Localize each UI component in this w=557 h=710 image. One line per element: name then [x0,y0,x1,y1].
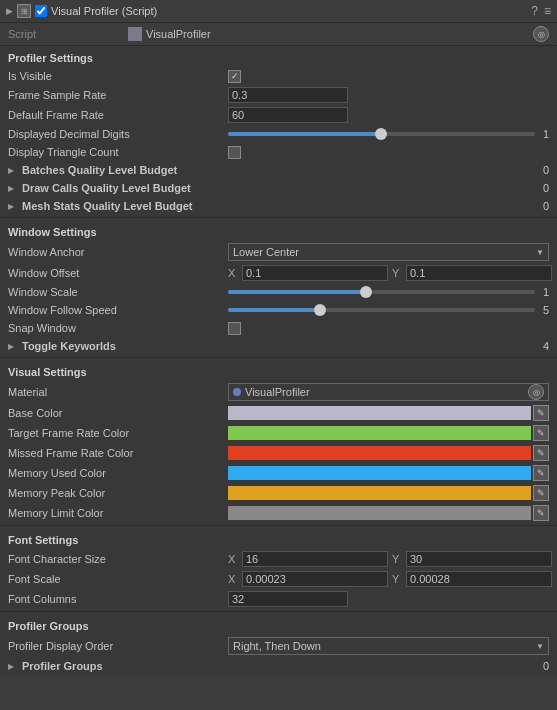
memory-peak-color-edit-button[interactable]: ✎ [533,485,549,501]
missed-frame-rate-color-swatch[interactable] [228,446,531,460]
displayed-decimal-slider-track[interactable] [228,132,535,136]
window-follow-speed-slider-container: 5 [228,304,549,316]
inspector-content: Script VisualProfiler ◎ Profiler Setting… [0,23,557,675]
display-triangle-count-checkbox[interactable] [228,146,241,159]
help-icon[interactable]: ? [531,4,538,18]
window-offset-y-input[interactable] [406,265,552,281]
default-frame-rate-input[interactable] [228,107,348,123]
memory-peak-color-value: ✎ [228,485,549,501]
memory-limit-color-value: ✎ [228,505,549,521]
displayed-decimal-slider-fill [228,132,381,136]
window-anchor-dropdown-text: Lower Center [233,246,299,258]
memory-used-color-swatch[interactable] [228,466,531,480]
default-frame-rate-row: Default Frame Rate [0,105,557,125]
window-follow-speed-slider-thumb[interactable] [314,304,326,316]
target-frame-rate-color-swatch[interactable] [228,426,531,440]
toggle-keyworlds-value: 4 [543,340,549,352]
is-visible-checkbox[interactable] [228,70,241,83]
divider-3 [0,525,557,526]
window-follow-speed-slider-fill [228,308,320,312]
target-frame-rate-color-label: Target Frame Rate Color [8,427,228,439]
base-color-swatch[interactable] [228,406,531,420]
base-color-edit-button[interactable]: ✎ [533,405,549,421]
memory-peak-color-swatch[interactable] [228,486,531,500]
window-follow-speed-slider-track[interactable] [228,308,535,312]
mesh-stats-quality-value: 0 [543,200,549,212]
memory-limit-color-swatch[interactable] [228,506,531,520]
is-visible-label: Is Visible [8,70,228,82]
draw-calls-collapse-arrow-icon: ▶ [8,184,18,193]
window-anchor-dropdown[interactable]: Lower Center ▼ [228,243,549,261]
title-bar: ▶ ⊞ Visual Profiler (Script) ? ≡ [0,0,557,23]
window-follow-speed-row: Window Follow Speed 5 [0,301,557,319]
display-triangle-count-label: Display Triangle Count [8,146,228,158]
font-character-size-y-input[interactable] [406,551,552,567]
component-icon: ⊞ [17,4,31,18]
display-triangle-count-row: Display Triangle Count [0,143,557,161]
displayed-decimal-slider-thumb[interactable] [375,128,387,140]
memory-limit-color-edit-button[interactable]: ✎ [533,505,549,521]
memory-used-color-edit-button[interactable]: ✎ [533,465,549,481]
profiler-display-order-dropdown-arrow-icon: ▼ [536,642,544,651]
displayed-decimal-digits-label: Displayed Decimal Digits [8,128,228,140]
target-frame-rate-color-value: ✎ [228,425,549,441]
collapse-arrow-title[interactable]: ▶ [6,6,13,16]
draw-calls-quality-row[interactable]: ▶ Draw Calls Quality Level Budget 0 [0,179,557,197]
enabled-checkbox[interactable] [35,5,47,17]
frame-sample-rate-input[interactable] [228,87,348,103]
window-offset-row: Window Offset X Y [0,263,557,283]
script-field-value: VisualProfiler ◎ [128,26,549,42]
window-scale-value: 1 [228,286,549,298]
mesh-stats-quality-row[interactable]: ▶ Mesh Stats Quality Level Budget 0 [0,197,557,215]
font-scale-y-input[interactable] [406,571,552,587]
batches-quality-label: Batches Quality Level Budget [22,164,543,176]
menu-icon[interactable]: ≡ [544,4,551,18]
script-name: VisualProfiler [146,28,529,40]
material-row: Material VisualProfiler ◎ [0,381,557,403]
draw-calls-quality-value: 0 [543,182,549,194]
memory-peak-color-row: Memory Peak Color ✎ [0,483,557,503]
material-select-button[interactable]: ◎ [528,384,544,400]
missed-frame-rate-color-edit-button[interactable]: ✎ [533,445,549,461]
script-icon [128,27,142,41]
missed-frame-rate-color-label: Missed Frame Rate Color [8,447,228,459]
snap-window-checkbox[interactable] [228,322,241,335]
font-settings-header: Font Settings [0,528,557,549]
target-frame-rate-color-edit-button[interactable]: ✎ [533,425,549,441]
toggle-keyworlds-row[interactable]: ▶ Toggle Keyworlds 4 [0,337,557,355]
script-row: Script VisualProfiler ◎ [0,23,557,46]
toggle-keyworlds-arrow-icon: ▶ [8,342,18,351]
snap-window-label: Snap Window [8,322,228,334]
memory-used-color-row: Memory Used Color ✎ [0,463,557,483]
window-follow-speed-number: 5 [543,304,549,316]
displayed-decimal-digits-row: Displayed Decimal Digits 1 [0,125,557,143]
is-visible-value [228,70,549,83]
default-frame-rate-value [228,107,549,123]
snap-window-value [228,322,549,335]
window-offset-value: X Y [228,265,552,281]
window-scale-slider-track[interactable] [228,290,535,294]
font-columns-input[interactable] [228,591,348,607]
material-value: VisualProfiler ◎ [228,383,549,401]
window-scale-slider-thumb[interactable] [360,286,372,298]
font-scale-value: X Y [228,571,552,587]
window-scale-row: Window Scale 1 [0,283,557,301]
material-label: Material [8,386,228,398]
memory-limit-color-row: Memory Limit Color ✎ [0,503,557,523]
font-char-x-label: X [228,553,238,565]
is-visible-row: Is Visible [0,67,557,85]
toggle-keyworlds-label: Toggle Keyworlds [22,340,543,352]
font-character-size-x-input[interactable] [242,551,388,567]
profiler-groups-collapse-row[interactable]: ▶ Profiler Groups 0 [0,657,557,675]
batches-quality-row[interactable]: ▶ Batches Quality Level Budget 0 [0,161,557,179]
window-offset-x-input[interactable] [242,265,388,281]
profiler-display-order-dropdown[interactable]: Right, Then Down ▼ [228,637,549,655]
font-columns-label: Font Columns [8,593,228,605]
font-scale-label: Font Scale [8,573,228,585]
font-scale-row: Font Scale X Y [0,569,557,589]
script-select-button[interactable]: ◎ [533,26,549,42]
missed-frame-rate-color-value: ✎ [228,445,549,461]
font-scale-x-input[interactable] [242,571,388,587]
window-scale-label: Window Scale [8,286,228,298]
font-scale-x-label: X [228,573,238,585]
